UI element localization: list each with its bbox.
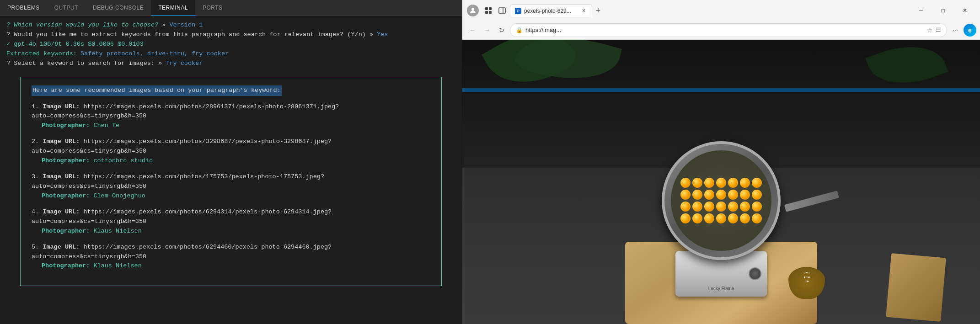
tab-output[interactable]: OUTPUT bbox=[47, 0, 86, 16]
extracted-keywords: Safety protocols, drive-thru, fry cooker bbox=[80, 50, 229, 57]
egg-ball bbox=[728, 202, 738, 212]
tab-favicon: P bbox=[515, 8, 521, 14]
more-options-button[interactable]: ··· bbox=[949, 24, 962, 37]
image-url-label-1: Image URL: bbox=[43, 103, 83, 110]
cooker-image: Lucky Flame ○●○●○●○● bbox=[462, 40, 980, 324]
image-number-5: 5. bbox=[32, 244, 43, 250]
photographer-value-1: Chen Te bbox=[93, 122, 119, 129]
egg-ball bbox=[752, 213, 762, 223]
terminal-line-5: ? Select a keyword to search for images:… bbox=[6, 59, 455, 69]
svg-rect-3 bbox=[485, 11, 488, 14]
new-tab-button[interactable]: + bbox=[592, 5, 604, 16]
pan-inner bbox=[671, 150, 771, 251]
photographer-line-5: Photographer: Klaus Nielsen bbox=[32, 261, 430, 271]
frying-pan bbox=[662, 141, 781, 260]
egg-ball bbox=[716, 202, 726, 212]
svg-rect-4 bbox=[489, 11, 492, 14]
egg-ball bbox=[716, 213, 726, 223]
tab-problems[interactable]: PROBLEMS bbox=[0, 0, 47, 16]
egg-ball bbox=[740, 202, 750, 212]
photographer-line-1: Photographer: Chen Te bbox=[32, 121, 430, 131]
egg-ball bbox=[692, 190, 702, 200]
photographer-label-4: Photographer: bbox=[42, 228, 93, 234]
browser-active-tab[interactable]: P pexels-photo-629... ✕ bbox=[510, 4, 592, 17]
photographer-value-4: Klaus Nielsen bbox=[93, 228, 141, 234]
answer-value-1: Version 1 bbox=[169, 21, 203, 28]
photographer-line-4: Photographer: Klaus Nielsen bbox=[32, 227, 430, 236]
extensions-icon[interactable] bbox=[482, 5, 494, 16]
browser-profile-avatar[interactable] bbox=[467, 5, 479, 16]
tab-terminal[interactable]: TERMINAL bbox=[151, 0, 195, 16]
image-number-1: 1. bbox=[32, 103, 43, 110]
svg-rect-1 bbox=[485, 7, 488, 10]
image-number-4: 4. bbox=[32, 208, 43, 215]
terminal-line-3: ✓ gpt-4o 100/9t 0.30s $0.0006 $0.0103 bbox=[6, 40, 455, 49]
sidepanel-icon[interactable] bbox=[496, 5, 508, 16]
image-url-line-3: 3. Image URL: https://images.pexels.com/… bbox=[32, 172, 430, 191]
photographer-label-5: Photographer: bbox=[42, 262, 93, 269]
bookmark-icon[interactable]: ☆ bbox=[927, 27, 933, 34]
photographer-label-2: Photographer: bbox=[42, 157, 93, 164]
answer-value-2: Yes bbox=[377, 31, 388, 38]
maximize-button[interactable]: □ bbox=[932, 4, 953, 17]
terminal-tab-bar: PROBLEMS OUTPUT DEBUG CONSOLE TERMINAL P… bbox=[0, 0, 462, 16]
close-button[interactable]: ✕ bbox=[954, 4, 975, 17]
image-url-line-2: 2. Image URL: https://images.pexels.com/… bbox=[32, 137, 430, 156]
browser-toolbar: ← → ↻ 🔒 https://imag... ☆ ☰ ··· e bbox=[462, 21, 980, 39]
photographer-label-1: Photographer: bbox=[42, 122, 93, 129]
output-box: Here are some recommended images based o… bbox=[20, 77, 442, 287]
tab-debug-console[interactable]: DEBUG CONSOLE bbox=[86, 0, 151, 16]
egg-ball bbox=[704, 213, 714, 223]
window-controls: ─ □ ✕ bbox=[910, 4, 975, 17]
minimize-button[interactable]: ─ bbox=[910, 4, 932, 17]
tab-close-button[interactable]: ✕ bbox=[580, 7, 587, 15]
egg-ball bbox=[692, 178, 702, 188]
photographer-value-3: Clem Onojeghuo bbox=[93, 192, 145, 199]
egg-ball bbox=[740, 213, 750, 223]
output-header: Here are some recommended images based o… bbox=[32, 85, 282, 96]
reading-view-icon[interactable]: ☰ bbox=[936, 27, 941, 33]
egg-ball bbox=[728, 178, 738, 188]
tab-title-text: pexels-photo-629... bbox=[524, 8, 571, 14]
image-number-2: 2. bbox=[32, 138, 43, 145]
egg-ball bbox=[704, 202, 714, 212]
browser-chrome: P pexels-photo-629... ✕ + ─ □ ✕ ← → ↻ 🔒 … bbox=[462, 0, 980, 40]
terminal-line-1: ? Which version would you like to choose… bbox=[6, 21, 455, 30]
browser-tab-strip: P pexels-photo-629... ✕ + bbox=[481, 3, 909, 18]
forward-button[interactable]: → bbox=[481, 24, 493, 37]
image-url-label-3: Image URL: bbox=[43, 173, 83, 180]
egg-ball bbox=[716, 178, 726, 188]
refresh-button[interactable]: ↻ bbox=[495, 24, 508, 37]
egg-basket: ○●○●○●○● bbox=[788, 267, 825, 299]
egg-ball bbox=[704, 190, 714, 200]
selected-keyword: fry cooker bbox=[166, 60, 203, 67]
image-url-line-4: 4. Image URL: https://images.pexels.com/… bbox=[32, 207, 430, 227]
photographer-line-3: Photographer: Clem Onojeghuo bbox=[32, 191, 430, 201]
photographer-value-5: Klaus Nielsen bbox=[93, 262, 141, 269]
image-url-line-1: 1. Image URL: https://images.pexels.com/… bbox=[32, 102, 430, 122]
terminal-content-area[interactable]: ? Which version would you like to choose… bbox=[0, 16, 462, 324]
browser-content-area: Lucky Flame ○●○●○●○● bbox=[462, 40, 980, 324]
extracted-label: Extracted keywords: bbox=[6, 50, 80, 57]
svg-point-0 bbox=[471, 8, 474, 11]
cooker-brand-text: Lucky Flame bbox=[708, 286, 734, 291]
egg-ball bbox=[728, 190, 738, 200]
svg-rect-2 bbox=[489, 7, 492, 10]
svg-rect-5 bbox=[499, 8, 505, 13]
browser-titlebar: P pexels-photo-629... ✕ + ─ □ ✕ bbox=[462, 0, 980, 21]
back-button[interactable]: ← bbox=[466, 24, 479, 37]
lock-icon: 🔒 bbox=[516, 27, 523, 33]
egg-ball bbox=[740, 178, 750, 188]
image-url-label-4: Image URL: bbox=[43, 208, 83, 215]
question-text-1: ? Which version would you like to choose… bbox=[6, 21, 158, 28]
vscode-terminal-panel: PROBLEMS OUTPUT DEBUG CONSOLE TERMINAL P… bbox=[0, 0, 462, 324]
image-url-label-5: Image URL: bbox=[43, 244, 83, 250]
egg-ball bbox=[680, 213, 691, 223]
address-bar[interactable]: 🔒 https://imag... ☆ ☰ bbox=[510, 23, 947, 37]
egg-ball bbox=[752, 178, 762, 188]
tab-ports[interactable]: PORTS bbox=[195, 0, 230, 16]
address-text: https://imag... bbox=[525, 27, 924, 33]
egg-ball bbox=[680, 178, 691, 188]
photographer-value-2: cottonbro studio bbox=[93, 157, 153, 164]
question-prefix-2: ? Would you like me to extract keywords … bbox=[6, 31, 377, 38]
